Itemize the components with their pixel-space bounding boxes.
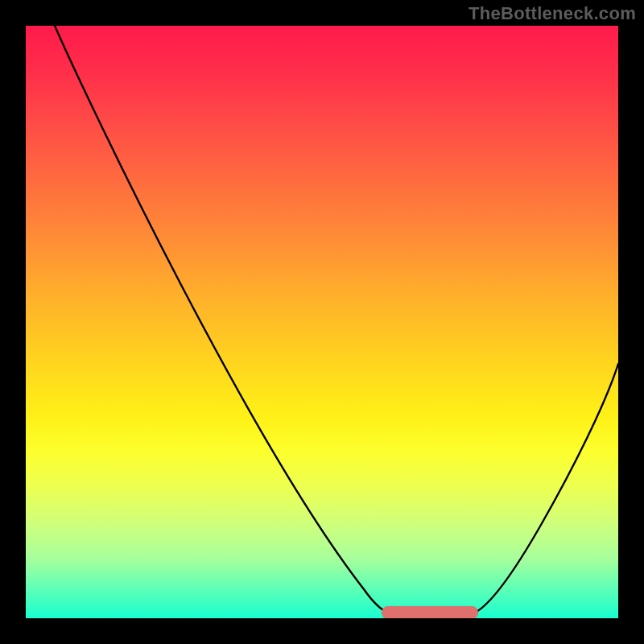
curve-svg (26, 26, 618, 618)
chart-frame: TheBottleneck.com (0, 0, 644, 644)
optimal-range-band (382, 606, 478, 618)
plot-area (26, 26, 618, 618)
watermark-text: TheBottleneck.com (469, 3, 636, 24)
bottleneck-curve-right (475, 364, 618, 613)
bottleneck-curve-left (55, 26, 388, 613)
